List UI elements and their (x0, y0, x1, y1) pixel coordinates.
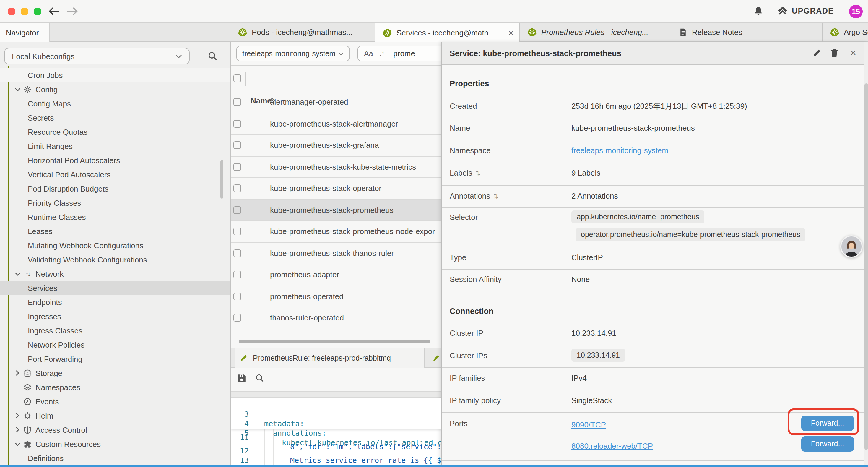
horizontal-scrollbar[interactable] (239, 340, 430, 343)
port-link-9090[interactable]: 9090/TCP (571, 420, 606, 429)
delete-trash-icon[interactable] (830, 49, 838, 58)
assistant-avatar[interactable] (840, 235, 863, 258)
regex-toggle[interactable]: .* (380, 49, 385, 58)
table-row-selected[interactable]: kube-prometheus-stack-prometheus (231, 200, 441, 221)
row-checkbox[interactable] (234, 250, 241, 257)
tab-argo[interactable]: Argo Se (823, 23, 868, 42)
notification-count-badge[interactable]: 15 (849, 5, 863, 18)
sidebar-search-icon[interactable] (208, 52, 217, 61)
table-row[interactable]: kube-prometheus-stack-grafana (231, 135, 441, 156)
row-checkbox[interactable] (234, 185, 241, 193)
sidebar-item-port-forwarding[interactable]: Port Forwarding (0, 352, 231, 366)
row-checkbox[interactable] (234, 271, 241, 279)
sidebar-item-validating-webhook-configurations[interactable]: Validating Webhook Configurations (0, 253, 231, 267)
sidebar-item-services[interactable]: Services (0, 281, 231, 295)
sidebar-item-limit-ranges[interactable]: Limit Ranges (0, 139, 231, 153)
table-row[interactable]: kube-prometheus-stack-operator (231, 178, 441, 200)
sidebar-item-resource-quotas[interactable]: Resource Quotas (0, 125, 231, 139)
editor-tab-prometheusrule[interactable]: PrometheusRule: freeleaps-prod-rabbitmq (235, 348, 425, 368)
sidebar-item-ingresses[interactable]: Ingresses (0, 309, 231, 323)
sidebar-item-pod-disruption-budgets[interactable]: Pod Disruption Budgets (0, 181, 231, 196)
row-checkbox[interactable] (234, 206, 241, 214)
table-row[interactable]: kube-prometheus-stack-prometheus-node-ex… (231, 221, 441, 243)
search-input[interactable]: Aa .* prome (358, 46, 441, 61)
forward-arrow-icon[interactable] (66, 6, 78, 16)
chevron-right-icon[interactable] (14, 427, 21, 433)
chevron-down-icon[interactable] (14, 442, 21, 446)
sidebar-item-runtime-classes[interactable]: Runtime Classes (0, 210, 231, 224)
window-close-button[interactable] (8, 7, 16, 15)
close-panel-icon[interactable]: × (850, 47, 856, 60)
kubeconfig-select[interactable]: Local Kubeconfigs (4, 48, 190, 64)
editor-search-icon[interactable] (255, 374, 264, 382)
select-all-checkbox[interactable] (234, 75, 241, 82)
edit-pencil-icon[interactable] (812, 49, 821, 57)
match-case-toggle[interactable]: Aa (364, 49, 373, 58)
port-link-8080[interactable]: 8080:reloader-web/TCP (571, 442, 653, 450)
yaml-editor[interactable]: 11 8","for":"1m","labels":{"service":" 1… (231, 398, 441, 467)
forward-button-8080[interactable]: Forward... (801, 436, 854, 451)
table-row[interactable]: alertmanager-operated (231, 92, 441, 113)
sidebar-item-events[interactable]: Events (0, 394, 231, 408)
tab-pods[interactable]: Pods - icecheng@mathmas... (230, 23, 375, 42)
sidebar-item-mutating-webhook-configurations[interactable]: Mutating Webhook Configurations (0, 238, 231, 253)
save-icon[interactable] (237, 374, 246, 383)
table-row[interactable]: prometheus-operated (231, 286, 441, 308)
sidebar-item-cron-jobs[interactable]: Cron Jobs (0, 68, 231, 82)
notifications-bell-icon[interactable] (753, 6, 764, 17)
chevron-down-icon[interactable] (14, 87, 21, 91)
table-row[interactable]: prometheus-adapter (231, 264, 441, 286)
sidebar-item-config-maps[interactable]: Config Maps (0, 96, 231, 111)
panel-scrollbar[interactable] (864, 83, 868, 450)
namespace-link[interactable]: freeleaps-monitoring-system (571, 146, 668, 155)
table-row[interactable]: thanos-ruler-operated (231, 308, 441, 329)
row-checkbox[interactable] (234, 142, 241, 149)
sidebar-item-vertical-pod-autoscalers[interactable]: Vertical Pod Autoscalers (0, 167, 231, 181)
sidebar-item-endpoints[interactable]: Endpoints (0, 295, 231, 309)
sidebar-item-helm[interactable]: Helm (0, 408, 231, 423)
row-checkbox[interactable] (234, 98, 241, 106)
tab-prometheus-rules[interactable]: Prometheus Rules - icecheng... (520, 23, 671, 42)
sort-updown-icon[interactable]: ⇅ (493, 191, 498, 202)
row-checkbox[interactable] (234, 163, 241, 171)
table-row[interactable]: kube-prometheus-stack-thanos-ruler (231, 243, 441, 264)
sidebar-item-network-policies[interactable]: Network Policies (0, 338, 231, 352)
kubernetes-icon (528, 28, 536, 37)
editor-tab-partial[interactable] (430, 348, 441, 368)
row-checkbox[interactable] (234, 228, 241, 236)
table-row[interactable]: kube-prometheus-stack-alertmanager (231, 113, 441, 135)
navigator-panel-tab[interactable]: Navigator (0, 23, 50, 42)
chevron-right-icon[interactable] (14, 370, 21, 376)
close-tab-icon[interactable]: × (508, 28, 514, 37)
sidebar-item-access-control[interactable]: Access Control (0, 423, 231, 437)
row-checkbox[interactable] (234, 120, 241, 128)
tab-services[interactable]: Services - icecheng@math... × (375, 23, 520, 42)
row-checkbox[interactable] (234, 293, 241, 300)
sidebar-item-network[interactable]: ↑↓ Network (0, 267, 231, 281)
sidebar-item-ingress-classes[interactable]: Ingress Classes (0, 323, 231, 338)
back-arrow-icon[interactable] (49, 6, 60, 16)
window-minimize-button[interactable] (21, 7, 28, 15)
row-checkbox[interactable] (234, 314, 241, 322)
sidebar-item-priority-classes[interactable]: Priority Classes (0, 196, 231, 210)
sidebar-item-namespaces[interactable]: Namespaces (0, 380, 231, 394)
sidebar-scrollbar[interactable] (220, 160, 223, 199)
sidebar-item-horizontal-pod-autoscalers[interactable]: Horizontal Pod Autoscalers (0, 153, 231, 167)
tab-release-notes[interactable]: Release Notes (671, 23, 823, 42)
upgrade-button[interactable]: UPGRADE (778, 6, 834, 16)
chevron-down-icon[interactable] (14, 272, 21, 276)
sidebar-item-config[interactable]: Config (0, 82, 231, 96)
namespace-filter-select[interactable]: freeleaps-monitoring-system (236, 46, 350, 61)
sidebar-item-secrets[interactable]: Secrets (0, 111, 231, 125)
divider (442, 345, 864, 345)
sidebar-item-custom-resources[interactable]: Custom Resources (0, 437, 231, 451)
chevron-right-icon[interactable] (14, 413, 21, 418)
sidebar-item-leases[interactable]: Leases (0, 224, 231, 238)
sidebar-item-definitions[interactable]: Definitions (0, 451, 231, 465)
divider (442, 367, 864, 368)
forward-button-9090[interactable]: Forward... (801, 415, 854, 431)
sidebar-item-storage[interactable]: Storage (0, 366, 231, 380)
table-row[interactable]: kube-prometheus-stack-kube-state-metrics (231, 156, 441, 178)
sort-updown-icon[interactable]: ⇅ (475, 168, 481, 178)
window-zoom-button[interactable] (34, 7, 41, 15)
